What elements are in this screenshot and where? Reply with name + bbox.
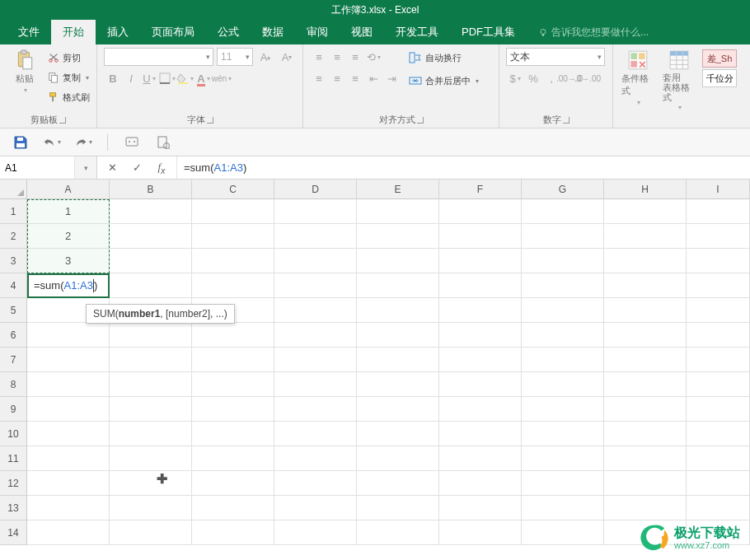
cell-D5[interactable] — [274, 298, 357, 323]
cell-H9[interactable] — [604, 397, 687, 422]
font-name-select[interactable]: ▾ — [104, 48, 213, 66]
cell-A3[interactable]: 3 — [27, 249, 110, 273]
tab-file[interactable]: 文件 — [7, 20, 51, 44]
row-header-4[interactable]: 4 — [0, 273, 27, 298]
cell-I9[interactable] — [687, 397, 750, 422]
cell-I13[interactable] — [687, 496, 750, 520]
cell-D11[interactable] — [274, 446, 357, 471]
cell-style-thousand[interactable]: 千位分 — [702, 69, 737, 87]
select-all-corner[interactable] — [0, 180, 27, 199]
cell-F5[interactable] — [439, 298, 522, 323]
dialog-launcher-icon[interactable] — [417, 117, 424, 124]
formula-input[interactable]: =sum(A1:A3) — [177, 156, 750, 179]
cell-B8[interactable] — [110, 372, 192, 397]
cell-G12[interactable] — [522, 471, 604, 496]
cell-B11[interactable] — [110, 446, 192, 471]
name-box-input[interactable] — [0, 162, 74, 174]
cell-H6[interactable] — [604, 323, 687, 348]
tab-insert[interactable]: 插入 — [96, 20, 140, 44]
cell-A9[interactable] — [27, 397, 110, 422]
fill-color-button[interactable]: ▾ — [176, 69, 195, 87]
cell-E3[interactable] — [357, 249, 439, 273]
cell-style-bad[interactable]: 差_Sh — [702, 49, 737, 68]
column-header-F[interactable]: F — [439, 180, 522, 199]
cell-E4[interactable] — [357, 273, 439, 298]
row-header-13[interactable]: 13 — [0, 496, 27, 520]
decrease-font-icon[interactable]: A▾ — [278, 48, 296, 66]
cell-F11[interactable] — [439, 446, 522, 471]
cell-H2[interactable] — [604, 224, 687, 249]
cell-B9[interactable] — [110, 397, 192, 422]
cell-F1[interactable] — [439, 199, 522, 224]
copy-button[interactable]: 复制▾ — [48, 68, 90, 87]
cell-D14[interactable] — [274, 520, 357, 545]
cell-E10[interactable] — [357, 422, 439, 446]
cell-A11[interactable] — [27, 446, 110, 471]
cell-C1[interactable] — [192, 199, 274, 224]
number-format-select[interactable]: 文本▾ — [506, 48, 605, 66]
cell-G10[interactable] — [522, 422, 604, 446]
font-size-select[interactable]: 11▾ — [217, 48, 253, 66]
insert-function-button[interactable]: fx — [155, 161, 168, 175]
align-middle-icon[interactable]: ≡ — [328, 48, 346, 66]
cell-F4[interactable] — [439, 273, 522, 298]
cell-G5[interactable] — [522, 298, 604, 323]
column-header-E[interactable]: E — [357, 180, 439, 199]
dialog-launcher-icon[interactable] — [207, 117, 213, 124]
cell-A2[interactable]: 2 — [27, 224, 110, 249]
row-header-11[interactable]: 11 — [0, 446, 27, 471]
dialog-launcher-icon[interactable] — [563, 117, 570, 124]
tab-formulas[interactable]: 公式 — [206, 20, 251, 44]
row-header-6[interactable]: 6 — [0, 323, 27, 348]
decrease-indent-icon[interactable]: ⇤ — [364, 69, 382, 87]
cell-B14[interactable] — [110, 520, 192, 545]
cell-F14[interactable] — [439, 520, 522, 545]
cell-G4[interactable] — [522, 273, 604, 298]
name-box[interactable]: ▾ — [0, 156, 97, 179]
cell-E9[interactable] — [357, 397, 439, 422]
cell-I2[interactable] — [687, 224, 750, 249]
italic-button[interactable]: I — [122, 69, 140, 87]
cell-G14[interactable] — [522, 520, 604, 545]
row-header-5[interactable]: 5 — [0, 298, 27, 323]
cell-H8[interactable] — [604, 372, 687, 397]
cell-E5[interactable] — [357, 298, 439, 323]
cell-D8[interactable] — [274, 372, 357, 397]
cell-C3[interactable] — [192, 249, 274, 273]
cell-G3[interactable] — [522, 249, 604, 273]
cell-B4[interactable] — [110, 273, 192, 298]
cell-C12[interactable] — [192, 471, 274, 496]
phonetic-button[interactable]: wén▾ — [213, 69, 231, 87]
cell-I3[interactable] — [687, 249, 750, 273]
cell-E2[interactable] — [357, 224, 439, 249]
cell-G8[interactable] — [522, 372, 604, 397]
touch-mode-button[interactable] — [123, 133, 141, 152]
tab-page-layout[interactable]: 页面布局 — [140, 20, 206, 44]
name-box-dropdown[interactable]: ▾ — [74, 156, 96, 179]
cell-D1[interactable] — [274, 199, 357, 224]
save-button[interactable] — [12, 133, 30, 152]
decrease-decimal-icon[interactable]: .0→.00 — [579, 69, 597, 87]
cell-E7[interactable] — [357, 348, 439, 372]
cell-G7[interactable] — [522, 348, 604, 372]
cell-D4[interactable] — [274, 273, 357, 298]
cell-B6[interactable] — [110, 323, 192, 348]
format-as-table-button[interactable]: 套用 表格格式▾ — [661, 48, 697, 113]
cell-A13[interactable] — [27, 496, 110, 520]
row-header-9[interactable]: 9 — [0, 397, 27, 422]
cell-F6[interactable] — [439, 323, 522, 348]
print-preview-button[interactable] — [154, 133, 172, 152]
cell-H4[interactable] — [604, 273, 687, 298]
border-button[interactable]: ▾ — [158, 69, 176, 87]
cell-C9[interactable] — [192, 397, 274, 422]
bold-button[interactable]: B — [104, 69, 122, 87]
cell-C11[interactable] — [192, 446, 274, 471]
cell-D3[interactable] — [274, 249, 357, 273]
column-header-H[interactable]: H — [604, 180, 687, 199]
cell-E8[interactable] — [357, 372, 439, 397]
align-top-icon[interactable]: ≡ — [310, 48, 328, 66]
cell-I6[interactable] — [687, 323, 750, 348]
row-header-10[interactable]: 10 — [0, 422, 27, 446]
cell-E14[interactable] — [357, 520, 439, 545]
cell-E1[interactable] — [357, 199, 439, 224]
